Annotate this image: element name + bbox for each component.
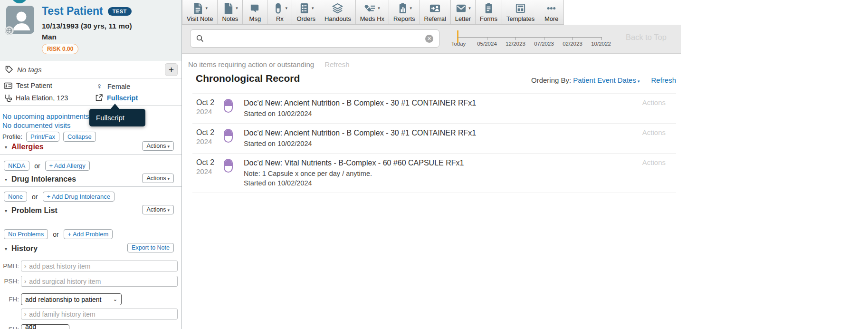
problem-list-title: Problem List [11,206,57,215]
chevron-down-icon: ⌄ [106,296,117,302]
chronological-record-title: Chronological Record [196,73,300,84]
ordering-controls: Ordering By: Patient Event Dates▾ Refres… [531,76,676,84]
record-entry-title[interactable]: Doc'd New: Ancient Nutrition - B Complex… [244,98,624,108]
toolbar-forms[interactable]: Forms [476,0,502,24]
record-row[interactable]: Oct 2 2024 Doc'd New: Ancient Nutrition … [192,124,676,154]
fh-relationship-select[interactable]: add relationship to patient ⌄ [21,293,122,305]
sh-label: SH: [2,326,19,329]
allergies-values: NKDA or + Add Allergy [4,161,90,171]
visit-note-icon [192,2,204,14]
record-refresh-button[interactable]: Refresh [651,76,676,84]
templates-icon [515,2,526,14]
medication-pill-icon [224,129,233,143]
record-entry-note: Note: 1 Capsule x once per day / anytime… [244,169,624,178]
record-row[interactable]: Oct 2 2024 Doc'd New: Ancient Nutrition … [192,94,676,124]
collapse-triangle-icon[interactable]: ▾ [5,145,7,150]
risk-badge[interactable]: RISK 0.00 [42,44,78,54]
record-date: Oct 2 2024 [196,128,224,148]
detail-patient-name: Test Patient [4,82,52,89]
family-history-field: › [21,309,178,319]
no-problems-button[interactable]: No Problems [4,229,48,239]
add-drug-intolerance-button[interactable]: + Add Drug Intolerance [43,192,114,202]
toolbar-orders[interactable]: ▾ Orders [292,0,320,24]
orders-icon [298,2,310,14]
toolbar-notes[interactable]: ▾ Notes [218,0,243,24]
patient-header: Test Patient TEST 10/13/1993 (30 yrs, 11… [0,0,181,61]
avatar[interactable] [6,6,34,34]
toolbar-more[interactable]: More [539,0,564,24]
medication-pill-icon [224,99,233,113]
profile-row: Profile: Print/Fax Collapse [2,132,96,142]
record-date: Oct 2 2024 [196,98,224,118]
nkda-button[interactable]: NKDA [4,161,29,171]
toolbar-visit-note[interactable]: ▾ Visit Note [182,0,218,24]
record-actions-button[interactable]: Actions [642,158,666,166]
outstanding-items-bar: No items requiring action or outstanding… [188,60,350,68]
timeline-label: 05/2024 [477,41,497,47]
tooltip-arrow [110,104,120,109]
patient-dob: 10/13/1993 (30 yrs, 11 mo) [42,22,132,30]
patient-sidebar: Test Patient TEST 10/13/1993 (30 yrs, 11… [0,0,182,329]
history-header: ▾ History Export to Note [0,244,181,256]
add-tag-button[interactable]: + [165,63,178,76]
toolbar-templates[interactable]: Templates [502,0,539,24]
toolbar-referral[interactable]: Referral [420,0,451,24]
toolbar-handouts[interactable]: Handouts [320,0,356,24]
print-fax-button[interactable]: Print/Fax [26,132,59,142]
search-input[interactable] [208,35,425,43]
documented-visits-link[interactable]: No documented visits [2,121,70,129]
fullscript-tooltip: Fullscript [89,109,145,126]
ordering-by-dropdown[interactable]: Patient Event Dates▾ [573,76,639,84]
toolbar-meds-hx[interactable]: ▾ Meds Hx [356,0,389,24]
timeline-label: 12/2023 [506,41,525,47]
fullscript-link[interactable]: Fullscript [107,94,138,102]
psh-input[interactable] [29,278,174,285]
toolbar-rx[interactable]: ▾ Rx [267,0,292,24]
timeline-axis[interactable] [458,37,602,38]
add-allergy-button[interactable]: + Add Allergy [45,161,90,171]
toolbar-letter[interactable]: ▾ Letter [451,0,476,24]
problem-list-values: No Problems or + Add Problem [4,229,113,239]
detail-sex: ♀ Female [95,82,130,91]
search-icon [196,35,204,42]
timeline-label: 07/2023 [534,41,554,47]
patient-sex: Man [42,33,57,41]
record-entry-title[interactable]: Doc'd New: Vital Nutrients - B-Complex -… [244,158,624,168]
record-row[interactable]: Oct 2 2024 Doc'd New: Vital Nutrients - … [192,154,676,193]
clear-search-icon[interactable]: ✕ [425,35,433,43]
record-list: Oct 2 2024 Doc'd New: Ancient Nutrition … [192,93,676,193]
record-actions-button[interactable]: Actions [642,128,666,136]
family-history-input[interactable] [29,310,174,318]
allergies-actions-button[interactable]: Actions▾ [142,141,174,151]
globe-icon [5,26,14,35]
toolbar-msg[interactable]: Msg [243,0,267,24]
chart-toolbar: ▾ Visit Note ▾ Notes Msg ▾ Rx [182,0,564,25]
record-actions-button[interactable]: Actions [642,98,666,106]
pmh-input[interactable] [29,262,174,270]
upcoming-appointments-link[interactable]: No upcoming appointments [2,112,89,120]
collapse-triangle-icon[interactable]: ▾ [5,208,7,213]
sh-select[interactable]: add special ⌄ [21,324,69,329]
collapse-triangle-icon[interactable]: ▾ [5,246,7,252]
expand-chevron-icon: › [24,278,26,285]
chevron-down-icon: ⌄ [54,327,65,329]
dropdown-caret-icon: ▾ [312,6,314,10]
none-button[interactable]: None [4,192,27,202]
outstanding-refresh-button[interactable]: Refresh [324,60,350,68]
toolbar-reports[interactable]: ▾ Reports [389,0,420,24]
forms-icon [483,2,495,14]
record-entry-title[interactable]: Doc'd New: Ancient Nutrition - B Complex… [244,128,624,138]
collapse-triangle-icon[interactable]: ▾ [5,177,7,182]
problem-list-actions-button[interactable]: Actions▾ [142,205,174,214]
problem-list-header: ▾ Problem List Actions▾ [0,206,181,218]
patient-name: Test Patient [42,5,103,18]
external-link-icon [95,94,103,102]
drug-intolerances-actions-button[interactable]: Actions▾ [142,174,174,183]
export-to-note-button[interactable]: Export to Note [127,243,174,252]
collapse-button[interactable]: Collapse [63,132,96,142]
notes-icon [222,2,234,14]
back-to-top-button[interactable]: Back to Top [626,33,667,42]
add-problem-button[interactable]: + Add Problem [64,229,113,239]
meds-hx-icon [364,2,376,14]
drug-intolerances-title: Drug Intolerances [11,175,76,184]
